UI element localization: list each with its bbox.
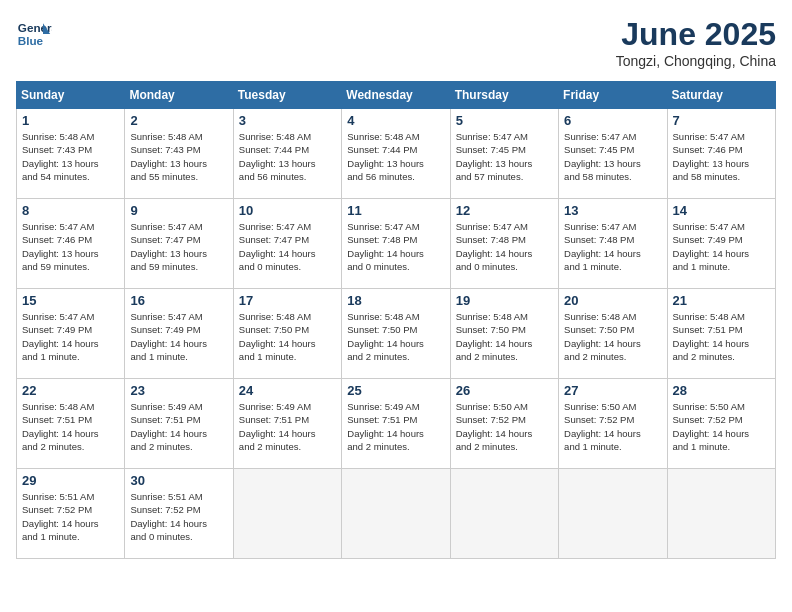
calendar-header-row: SundayMondayTuesdayWednesdayThursdayFrid… <box>17 82 776 109</box>
day-number: 18 <box>347 293 444 308</box>
calendar-cell: 17Sunrise: 5:48 AM Sunset: 7:50 PM Dayli… <box>233 289 341 379</box>
day-number: 3 <box>239 113 336 128</box>
day-number: 10 <box>239 203 336 218</box>
calendar-cell: 25Sunrise: 5:49 AM Sunset: 7:51 PM Dayli… <box>342 379 450 469</box>
day-number: 24 <box>239 383 336 398</box>
day-number: 9 <box>130 203 227 218</box>
calendar-cell <box>342 469 450 559</box>
calendar-cell: 2Sunrise: 5:48 AM Sunset: 7:43 PM Daylig… <box>125 109 233 199</box>
day-number: 16 <box>130 293 227 308</box>
day-number: 8 <box>22 203 119 218</box>
day-number: 12 <box>456 203 553 218</box>
day-info: Sunrise: 5:47 AM Sunset: 7:48 PM Dayligh… <box>347 220 444 273</box>
calendar-cell: 21Sunrise: 5:48 AM Sunset: 7:51 PM Dayli… <box>667 289 775 379</box>
calendar-week-3: 15Sunrise: 5:47 AM Sunset: 7:49 PM Dayli… <box>17 289 776 379</box>
calendar-cell: 26Sunrise: 5:50 AM Sunset: 7:52 PM Dayli… <box>450 379 558 469</box>
day-number: 7 <box>673 113 770 128</box>
column-header-friday: Friday <box>559 82 667 109</box>
day-info: Sunrise: 5:47 AM Sunset: 7:48 PM Dayligh… <box>456 220 553 273</box>
day-number: 27 <box>564 383 661 398</box>
calendar-cell: 27Sunrise: 5:50 AM Sunset: 7:52 PM Dayli… <box>559 379 667 469</box>
logo-icon: General Blue <box>16 16 52 52</box>
calendar-cell: 28Sunrise: 5:50 AM Sunset: 7:52 PM Dayli… <box>667 379 775 469</box>
calendar-cell <box>233 469 341 559</box>
day-info: Sunrise: 5:49 AM Sunset: 7:51 PM Dayligh… <box>347 400 444 453</box>
day-number: 22 <box>22 383 119 398</box>
day-number: 14 <box>673 203 770 218</box>
day-info: Sunrise: 5:48 AM Sunset: 7:43 PM Dayligh… <box>130 130 227 183</box>
calendar-cell: 29Sunrise: 5:51 AM Sunset: 7:52 PM Dayli… <box>17 469 125 559</box>
title-block: June 2025 Tongzi, Chongqing, China <box>616 16 776 69</box>
svg-text:Blue: Blue <box>18 34 44 47</box>
day-info: Sunrise: 5:51 AM Sunset: 7:52 PM Dayligh… <box>130 490 227 543</box>
calendar-cell: 12Sunrise: 5:47 AM Sunset: 7:48 PM Dayli… <box>450 199 558 289</box>
day-number: 29 <box>22 473 119 488</box>
day-info: Sunrise: 5:47 AM Sunset: 7:45 PM Dayligh… <box>456 130 553 183</box>
calendar-cell: 11Sunrise: 5:47 AM Sunset: 7:48 PM Dayli… <box>342 199 450 289</box>
day-info: Sunrise: 5:48 AM Sunset: 7:50 PM Dayligh… <box>239 310 336 363</box>
day-info: Sunrise: 5:51 AM Sunset: 7:52 PM Dayligh… <box>22 490 119 543</box>
calendar-cell <box>559 469 667 559</box>
day-info: Sunrise: 5:47 AM Sunset: 7:49 PM Dayligh… <box>130 310 227 363</box>
day-info: Sunrise: 5:47 AM Sunset: 7:49 PM Dayligh… <box>673 220 770 273</box>
day-info: Sunrise: 5:48 AM Sunset: 7:44 PM Dayligh… <box>347 130 444 183</box>
day-number: 2 <box>130 113 227 128</box>
calendar-week-4: 22Sunrise: 5:48 AM Sunset: 7:51 PM Dayli… <box>17 379 776 469</box>
day-number: 13 <box>564 203 661 218</box>
day-number: 19 <box>456 293 553 308</box>
day-number: 30 <box>130 473 227 488</box>
day-info: Sunrise: 5:50 AM Sunset: 7:52 PM Dayligh… <box>456 400 553 453</box>
day-number: 15 <box>22 293 119 308</box>
day-info: Sunrise: 5:49 AM Sunset: 7:51 PM Dayligh… <box>130 400 227 453</box>
calendar-cell: 10Sunrise: 5:47 AM Sunset: 7:47 PM Dayli… <box>233 199 341 289</box>
day-info: Sunrise: 5:50 AM Sunset: 7:52 PM Dayligh… <box>564 400 661 453</box>
column-header-saturday: Saturday <box>667 82 775 109</box>
day-number: 17 <box>239 293 336 308</box>
day-number: 1 <box>22 113 119 128</box>
calendar-cell: 15Sunrise: 5:47 AM Sunset: 7:49 PM Dayli… <box>17 289 125 379</box>
calendar-cell: 7Sunrise: 5:47 AM Sunset: 7:46 PM Daylig… <box>667 109 775 199</box>
calendar-week-1: 1Sunrise: 5:48 AM Sunset: 7:43 PM Daylig… <box>17 109 776 199</box>
day-info: Sunrise: 5:48 AM Sunset: 7:50 PM Dayligh… <box>456 310 553 363</box>
column-header-wednesday: Wednesday <box>342 82 450 109</box>
calendar-table: SundayMondayTuesdayWednesdayThursdayFrid… <box>16 81 776 559</box>
calendar-cell: 8Sunrise: 5:47 AM Sunset: 7:46 PM Daylig… <box>17 199 125 289</box>
column-header-thursday: Thursday <box>450 82 558 109</box>
calendar-cell: 1Sunrise: 5:48 AM Sunset: 7:43 PM Daylig… <box>17 109 125 199</box>
logo: General Blue <box>16 16 52 52</box>
calendar-cell: 4Sunrise: 5:48 AM Sunset: 7:44 PM Daylig… <box>342 109 450 199</box>
day-number: 23 <box>130 383 227 398</box>
calendar-cell: 22Sunrise: 5:48 AM Sunset: 7:51 PM Dayli… <box>17 379 125 469</box>
calendar-cell: 19Sunrise: 5:48 AM Sunset: 7:50 PM Dayli… <box>450 289 558 379</box>
day-number: 4 <box>347 113 444 128</box>
day-info: Sunrise: 5:48 AM Sunset: 7:50 PM Dayligh… <box>564 310 661 363</box>
calendar-cell: 6Sunrise: 5:47 AM Sunset: 7:45 PM Daylig… <box>559 109 667 199</box>
location: Tongzi, Chongqing, China <box>616 53 776 69</box>
calendar-cell: 9Sunrise: 5:47 AM Sunset: 7:47 PM Daylig… <box>125 199 233 289</box>
calendar-cell <box>667 469 775 559</box>
day-number: 20 <box>564 293 661 308</box>
calendar-cell: 30Sunrise: 5:51 AM Sunset: 7:52 PM Dayli… <box>125 469 233 559</box>
calendar-cell <box>450 469 558 559</box>
calendar-week-5: 29Sunrise: 5:51 AM Sunset: 7:52 PM Dayli… <box>17 469 776 559</box>
day-info: Sunrise: 5:50 AM Sunset: 7:52 PM Dayligh… <box>673 400 770 453</box>
day-number: 25 <box>347 383 444 398</box>
column-header-tuesday: Tuesday <box>233 82 341 109</box>
day-info: Sunrise: 5:48 AM Sunset: 7:51 PM Dayligh… <box>673 310 770 363</box>
day-number: 11 <box>347 203 444 218</box>
calendar-cell: 24Sunrise: 5:49 AM Sunset: 7:51 PM Dayli… <box>233 379 341 469</box>
day-info: Sunrise: 5:47 AM Sunset: 7:47 PM Dayligh… <box>130 220 227 273</box>
day-info: Sunrise: 5:47 AM Sunset: 7:48 PM Dayligh… <box>564 220 661 273</box>
day-number: 6 <box>564 113 661 128</box>
day-info: Sunrise: 5:49 AM Sunset: 7:51 PM Dayligh… <box>239 400 336 453</box>
calendar-cell: 18Sunrise: 5:48 AM Sunset: 7:50 PM Dayli… <box>342 289 450 379</box>
day-info: Sunrise: 5:47 AM Sunset: 7:49 PM Dayligh… <box>22 310 119 363</box>
day-info: Sunrise: 5:47 AM Sunset: 7:45 PM Dayligh… <box>564 130 661 183</box>
day-number: 5 <box>456 113 553 128</box>
day-info: Sunrise: 5:48 AM Sunset: 7:44 PM Dayligh… <box>239 130 336 183</box>
month-title: June 2025 <box>616 16 776 53</box>
calendar-cell: 20Sunrise: 5:48 AM Sunset: 7:50 PM Dayli… <box>559 289 667 379</box>
day-info: Sunrise: 5:47 AM Sunset: 7:47 PM Dayligh… <box>239 220 336 273</box>
column-header-sunday: Sunday <box>17 82 125 109</box>
day-info: Sunrise: 5:47 AM Sunset: 7:46 PM Dayligh… <box>673 130 770 183</box>
